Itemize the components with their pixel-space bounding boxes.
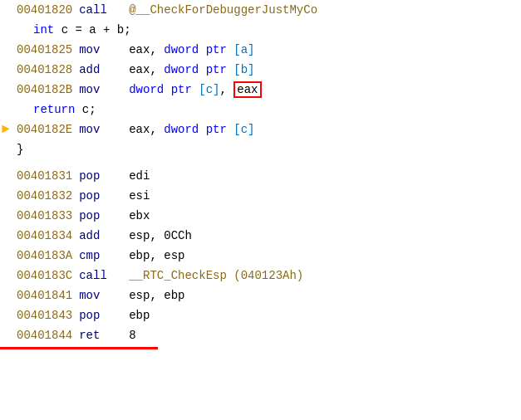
source-line: return c; (0, 100, 521, 120)
operands: eax, dword ptr [b] (122, 61, 521, 79)
address: 0040182B (0, 81, 72, 99)
ret-underline (0, 347, 158, 349)
ptr-keyword: dword ptr (129, 83, 192, 96)
source-code: c = a + b; (61, 23, 131, 37)
bracket: [a] (233, 43, 254, 56)
address: 00401828 (0, 61, 72, 79)
operands: eax, dword ptr [a] (122, 41, 521, 59)
mnemonic: add (72, 61, 122, 79)
empty-line (0, 159, 521, 166)
mnemonic: mov (72, 286, 122, 305)
mnemonic: pop (72, 306, 122, 325)
current-arrow-icon: ► (2, 120, 10, 139)
address: 00401832 (0, 187, 72, 205)
ptr-keyword: dword ptr (164, 63, 227, 76)
call-target: @__CheckForDebuggerJustMyCo (129, 3, 317, 17)
mnemonic: pop (72, 187, 122, 205)
address: 00401825 (0, 41, 72, 59)
asm-line: 00401820 call @__CheckForDebuggerJustMyC… (0, 0, 521, 20)
operands: ebx (122, 207, 521, 225)
asm-line: 0040182B mov dword ptr [c], eax (0, 80, 521, 100)
source-code: c; (82, 103, 96, 116)
operands: esi (122, 187, 521, 205)
mnemonic: mov (72, 41, 122, 59)
mnemonic: mov (72, 81, 122, 99)
address: 00401834 (0, 227, 72, 245)
asm-line: 00401831 pop edi (0, 166, 521, 186)
mnemonic: mov (72, 120, 122, 139)
mnemonic: pop (72, 167, 122, 185)
address: 00401820 (0, 1, 72, 19)
disassembly-view: 00401820 call @__CheckForDebuggerJustMyC… (0, 0, 521, 420)
operands: eax, dword ptr [c] (122, 120, 521, 139)
ptr-keyword: dword ptr (164, 123, 227, 136)
operands: dword ptr [c], eax (122, 81, 521, 99)
ptr-keyword: dword ptr (164, 43, 227, 56)
source-text: int c = a + b; (0, 21, 131, 39)
asm-line: 0040183A cmp ebp, esp (0, 246, 521, 266)
operands: edi (122, 167, 521, 185)
address: 0040183C (0, 266, 72, 285)
operands: __RTC_CheckEsp (040123Ah) (122, 266, 521, 285)
bracket: [c] (233, 123, 254, 136)
asm-line: 00401833 pop ebx (0, 206, 521, 226)
keyword-int: int (33, 23, 54, 37)
asm-line: 00401841 mov esp, ebp (0, 286, 521, 305)
address: 0040183A (0, 247, 72, 265)
address: 00401833 (0, 207, 72, 225)
source-line: int c = a + b; (0, 20, 521, 40)
mnemonic: call (72, 1, 122, 19)
mnemonic: add (72, 227, 122, 245)
asm-line: 00401843 pop ebp (0, 305, 521, 325)
operands: ebp, esp (122, 247, 521, 265)
call-target: __RTC_CheckEsp (040123Ah) (129, 269, 303, 282)
mnemonic: cmp (72, 247, 122, 265)
bracket: [c] (199, 83, 219, 96)
asm-line: 00401828 add eax, dword ptr [b] (0, 60, 521, 80)
operands: @__CheckForDebuggerJustMyCo (122, 1, 521, 19)
asm-line-current: ► 0040182E mov eax, dword ptr [c] (0, 120, 521, 139)
operands: esp, ebp (122, 286, 521, 305)
address: 00401844 (0, 326, 72, 344)
source-text: return c; (0, 100, 96, 119)
asm-line: 00401825 mov eax, dword ptr [a] (0, 40, 521, 60)
asm-line: 00401832 pop esi (0, 186, 521, 206)
highlighted-eax: eax (233, 81, 261, 98)
mnemonic: ret (72, 326, 122, 344)
keyword-return: return (33, 103, 75, 116)
source-line: } (0, 139, 521, 159)
operands: esp, 0CCh (122, 227, 521, 245)
operands: ebp (122, 306, 521, 325)
asm-line: 0040183C call __RTC_CheckEsp (040123Ah) (0, 266, 521, 286)
operands: 8 (122, 326, 521, 344)
bracket: [b] (233, 63, 254, 76)
asm-line-last: 00401844 ret 8 (0, 325, 521, 349)
closing-brace: } (0, 140, 23, 159)
mnemonic: call (72, 266, 122, 285)
address: 00401841 (0, 286, 72, 305)
mnemonic: pop (72, 207, 122, 225)
address: 00401831 (0, 167, 72, 185)
address: 0040182E (0, 120, 72, 139)
asm-line: 00401834 add esp, 0CCh (0, 226, 521, 246)
address: 00401843 (0, 306, 72, 325)
